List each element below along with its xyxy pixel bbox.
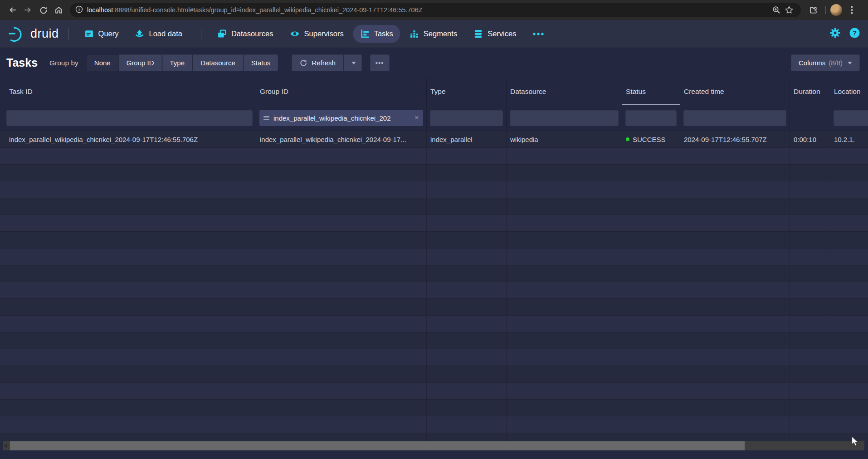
tasks-table: Task ID Group ID Type Datasource Status … bbox=[0, 78, 868, 459]
empty-table-row bbox=[0, 298, 868, 315]
profile-avatar[interactable] bbox=[830, 4, 842, 16]
eye-icon bbox=[290, 29, 300, 39]
column-header-created-time[interactable]: Created time bbox=[680, 78, 790, 105]
column-header-type[interactable]: Type bbox=[427, 78, 507, 105]
nav-item-datasources[interactable]: Datasources bbox=[210, 25, 280, 43]
task-row[interactable]: index_parallel_wikipedia_chicnkei_2024-0… bbox=[0, 131, 868, 147]
nav-item-services[interactable]: Services bbox=[467, 25, 523, 43]
empty-table-row bbox=[0, 248, 868, 265]
clear-filter-icon[interactable]: × bbox=[414, 113, 419, 122]
nav-item-tasks[interactable]: Tasks bbox=[353, 25, 400, 43]
table-filter-row: index_parallel_wikipedia_chicnkei_202 × bbox=[0, 105, 868, 131]
settings-gear-icon[interactable] bbox=[830, 28, 840, 40]
menu-kebab-icon[interactable] bbox=[844, 2, 859, 18]
gantt-icon bbox=[360, 29, 370, 39]
status-cell[interactable]: SUCCESS bbox=[622, 131, 680, 147]
nav-divider bbox=[68, 28, 68, 40]
column-header-status[interactable]: Status bbox=[622, 78, 680, 105]
status-text: SUCCESS bbox=[633, 136, 666, 143]
chrome-divider bbox=[825, 6, 826, 14]
columns-label: Columns bbox=[799, 59, 825, 67]
zoom-icon[interactable] bbox=[770, 4, 783, 16]
created-time-filter-input[interactable] bbox=[683, 110, 786, 126]
group-by-datasource-button[interactable]: Datasource bbox=[192, 54, 243, 71]
filter-equals-icon bbox=[263, 116, 269, 120]
empty-table-row bbox=[0, 366, 868, 382]
status-filter-input[interactable] bbox=[625, 110, 677, 126]
empty-table-row bbox=[0, 231, 868, 248]
nav-item-supervisors[interactable]: Supervisors bbox=[283, 25, 351, 43]
datasource-filter-input[interactable] bbox=[510, 110, 619, 126]
empty-table-row bbox=[0, 198, 868, 215]
home-icon[interactable] bbox=[51, 2, 66, 18]
browser-chrome: localhost:8888/unified-console.html#task… bbox=[0, 0, 868, 20]
task-id-filter-input[interactable] bbox=[6, 110, 253, 126]
url-text: localhost:8888/unified-console.html#task… bbox=[87, 6, 423, 14]
reload-icon[interactable] bbox=[35, 2, 51, 18]
refresh-split-button: Refresh bbox=[292, 54, 362, 71]
group-by-label: Group by bbox=[49, 59, 78, 67]
location-cell[interactable]: 10.2.1. bbox=[830, 131, 868, 147]
bookmark-star-icon[interactable] bbox=[783, 4, 795, 16]
success-status-dot bbox=[626, 137, 629, 141]
nav-item-load-data[interactable]: Load data bbox=[128, 25, 189, 43]
nav-divider bbox=[201, 28, 201, 40]
help-icon[interactable]: ? bbox=[849, 28, 860, 40]
group-id-cell[interactable]: index_parallel_wikipedia_chicnkei_2024-0… bbox=[256, 131, 427, 147]
datasource-cell[interactable]: wikipedia bbox=[507, 131, 622, 147]
type-cell[interactable]: index_parallel bbox=[427, 131, 507, 147]
filter-chip-value: index_parallel_wikipedia_chicnkei_202 bbox=[273, 114, 410, 122]
column-header-location[interactable]: Location bbox=[830, 78, 868, 105]
created-time-cell[interactable]: 2024-09-17T12:46:55.707Z bbox=[680, 131, 790, 147]
url-bar[interactable]: localhost:8888/unified-console.html#task… bbox=[70, 3, 801, 17]
columns-count: (8/8) bbox=[829, 59, 843, 67]
page-title: Tasks bbox=[6, 56, 38, 69]
segments-chart-icon bbox=[410, 29, 419, 39]
upload-icon bbox=[135, 29, 144, 39]
column-header-task-id[interactable]: Task ID bbox=[0, 78, 256, 105]
columns-dropdown-button[interactable]: Columns (8/8) bbox=[791, 54, 860, 71]
empty-table-row bbox=[0, 399, 868, 416]
location-filter-input[interactable] bbox=[834, 110, 868, 126]
group-by-type-button[interactable]: Type bbox=[162, 54, 193, 71]
horizontal-scrollbar[interactable] bbox=[3, 441, 864, 450]
task-id-cell[interactable]: index_parallel_wikipedia_chicnkei_2024-0… bbox=[0, 131, 256, 147]
group-id-filter-chip[interactable]: index_parallel_wikipedia_chicnkei_202 × bbox=[259, 110, 423, 126]
nav-item-query[interactable]: Query bbox=[78, 25, 126, 43]
extensions-icon[interactable] bbox=[805, 2, 821, 18]
empty-table-row bbox=[0, 215, 868, 231]
forward-icon[interactable] bbox=[20, 2, 35, 18]
scrollbar-thumb[interactable] bbox=[10, 441, 745, 450]
column-header-datasource[interactable]: Datasource bbox=[507, 78, 622, 105]
group-by-status-button[interactable]: Status bbox=[243, 54, 278, 71]
brand-name: druid bbox=[30, 27, 59, 41]
group-by-none-button[interactable]: None bbox=[87, 54, 118, 71]
group-by-group-id-button[interactable]: Group ID bbox=[118, 54, 162, 71]
empty-table-row bbox=[0, 332, 868, 349]
nav-item-label: Supervisors bbox=[304, 29, 344, 38]
site-info-icon[interactable] bbox=[75, 5, 83, 15]
nav-more-button[interactable] bbox=[526, 28, 551, 40]
refresh-icon bbox=[299, 59, 307, 67]
scroll-left-arrow-icon[interactable] bbox=[4, 444, 7, 448]
more-dots-icon bbox=[532, 32, 544, 36]
column-header-group-id[interactable]: Group ID bbox=[256, 78, 427, 105]
duration-cell[interactable]: 0:00:10 bbox=[790, 131, 830, 147]
refresh-button[interactable]: Refresh bbox=[292, 54, 343, 71]
svg-text:?: ? bbox=[853, 29, 857, 37]
url-host: localhost bbox=[87, 6, 113, 14]
url-path: :8888/unified-console.html#tasks/group_i… bbox=[113, 6, 422, 14]
empty-table-row bbox=[0, 315, 868, 332]
nav-item-label: Datasources bbox=[231, 29, 273, 38]
nav-item-segments[interactable]: Segments bbox=[403, 25, 464, 43]
type-filter-input[interactable] bbox=[430, 110, 503, 126]
druid-logo[interactable]: druid bbox=[8, 25, 59, 43]
column-header-duration[interactable]: Duration bbox=[790, 78, 830, 105]
back-icon[interactable] bbox=[5, 2, 20, 18]
database-icon bbox=[473, 29, 483, 39]
empty-table-row bbox=[0, 382, 868, 399]
more-actions-button[interactable]: ••• bbox=[370, 54, 390, 71]
nav-item-label: Tasks bbox=[374, 29, 393, 38]
refresh-label: Refresh bbox=[312, 59, 336, 67]
refresh-interval-dropdown[interactable] bbox=[343, 54, 362, 71]
